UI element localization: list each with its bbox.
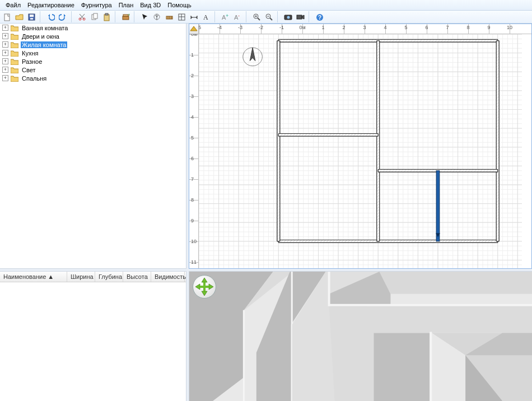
- plan-scrollbar-vertical[interactable]: [521, 34, 531, 258]
- copy-icon: [90, 13, 99, 21]
- cut-icon: [78, 13, 86, 21]
- zoom-in-icon: [253, 13, 261, 21]
- svg-rect-25: [297, 15, 302, 19]
- expand-icon[interactable]: +: [2, 75, 8, 81]
- svg-rect-174: [436, 171, 440, 241]
- menu-edit[interactable]: Редактирование: [24, 1, 78, 10]
- view-3d[interactable]: [189, 271, 532, 401]
- svg-marker-193: [202, 278, 207, 282]
- catalog-item-label: Двери и окна: [21, 33, 60, 40]
- catalog-item[interactable]: +Спальня: [0, 74, 186, 82]
- nav-3d-control[interactable]: [193, 275, 216, 299]
- svg-text:?: ?: [318, 15, 321, 21]
- catalog-item[interactable]: +Двери и окна: [0, 32, 186, 40]
- catalog-item[interactable]: +Кухня: [0, 49, 186, 57]
- table-column-header[interactable]: Глубина: [95, 272, 123, 282]
- vertical-ruler: 0м1234567891011: [189, 34, 199, 268]
- catalog-tree[interactable]: +Ванная комната+Двери и окна+Жилая комна…: [0, 24, 186, 269]
- svg-rect-9: [105, 13, 108, 15]
- redo-button[interactable]: [57, 11, 69, 23]
- svg-text:A: A: [203, 13, 208, 21]
- folder-icon: [11, 58, 18, 65]
- add-furniture-button[interactable]: +: [120, 11, 132, 23]
- compass-icon: [243, 48, 263, 66]
- photo-button[interactable]: [282, 11, 294, 23]
- open-button[interactable]: [13, 11, 25, 23]
- table-column-header[interactable]: Наименование ▲: [0, 272, 67, 282]
- char-minus-button[interactable]: A-: [232, 11, 244, 23]
- text-button[interactable]: A: [200, 11, 212, 23]
- svg-rect-3: [30, 18, 33, 20]
- table-column-header[interactable]: Видимость: [151, 272, 185, 282]
- help-icon: ?: [315, 13, 324, 21]
- help-button[interactable]: ?: [314, 11, 325, 23]
- catalog-item[interactable]: +Жилая комната: [0, 40, 186, 49]
- paste-button[interactable]: [101, 11, 113, 23]
- zoom-in-button[interactable]: [251, 11, 263, 23]
- expand-icon[interactable]: +: [2, 67, 8, 73]
- catalog-item[interactable]: +Свет: [0, 66, 186, 74]
- dimension-icon: [190, 13, 198, 21]
- svg-rect-0: [4, 14, 10, 21]
- folder-icon: [11, 67, 18, 73]
- menu-furn[interactable]: Фурнитура: [78, 1, 115, 10]
- horizontal-ruler: -5-4-3-2-10м1234567891011: [199, 24, 522, 34]
- view-3d-scene: [189, 272, 532, 401]
- video-icon: [296, 13, 305, 21]
- select-icon: [141, 13, 149, 21]
- svg-rect-187: [430, 332, 432, 401]
- expand-icon[interactable]: +: [2, 50, 8, 56]
- svg-marker-195: [195, 284, 200, 290]
- expand-icon[interactable]: +: [2, 25, 8, 31]
- svg-rect-198: [200, 286, 209, 288]
- dimension-button[interactable]: [188, 11, 200, 23]
- catalog-item[interactable]: +Разное: [0, 57, 186, 66]
- furniture-table-header[interactable]: Наименование ▲ШиринаГлубинаВысотаВидимос…: [0, 272, 186, 282]
- copy-button[interactable]: [88, 11, 100, 23]
- svg-rect-8: [104, 15, 109, 21]
- new-icon: [3, 13, 11, 21]
- catalog-item-label: Разное: [21, 58, 43, 65]
- cut-button[interactable]: [76, 11, 88, 23]
- menu-plan[interactable]: План: [115, 1, 137, 10]
- zoom-out-button[interactable]: [263, 11, 275, 23]
- svg-rect-2: [30, 15, 34, 17]
- svg-text:+: +: [128, 13, 130, 17]
- open-icon: [15, 13, 24, 21]
- main-area: +Ванная комната+Двери и окна+Жилая комна…: [0, 24, 532, 401]
- walls-button[interactable]: [164, 11, 175, 23]
- menu-3d[interactable]: Вид 3D: [137, 1, 164, 10]
- svg-rect-7: [94, 13, 97, 18]
- paste-icon: [102, 13, 111, 21]
- zoom-out-icon: [265, 13, 273, 21]
- catalog-item[interactable]: +Ванная комната: [0, 24, 186, 32]
- save-button[interactable]: [26, 11, 38, 23]
- char-plus-button[interactable]: A+: [220, 11, 231, 23]
- expand-icon[interactable]: +: [2, 33, 8, 39]
- plan-canvas[interactable]: [199, 34, 522, 268]
- table-column-header[interactable]: Ширина: [67, 272, 95, 282]
- select-button[interactable]: [139, 11, 151, 23]
- plan-walls: [199, 34, 522, 268]
- furniture-table-body: [0, 282, 186, 401]
- table-column-header[interactable]: Высота: [123, 272, 151, 282]
- svg-rect-184: [329, 304, 532, 306]
- redo-icon: [59, 13, 67, 21]
- pan-button[interactable]: [151, 11, 163, 23]
- video-button[interactable]: [295, 11, 306, 23]
- undo-button[interactable]: [45, 11, 57, 23]
- rooms-icon: [178, 13, 186, 21]
- expand-icon[interactable]: +: [2, 58, 8, 64]
- new-button[interactable]: [1, 11, 13, 23]
- svg-rect-192: [243, 310, 245, 401]
- menu-file[interactable]: Файл: [2, 1, 24, 10]
- pan-icon: [153, 13, 161, 21]
- plan-scrollbar-horizontal[interactable]: [199, 258, 522, 268]
- add-furniture-icon: +: [122, 13, 130, 21]
- ruler-corner-button[interactable]: [189, 24, 199, 34]
- rooms-button[interactable]: [176, 11, 188, 23]
- menu-help[interactable]: Помощь: [164, 1, 195, 10]
- expand-icon[interactable]: +: [2, 41, 8, 48]
- catalog-item-label: Спальня: [21, 75, 48, 82]
- folder-icon: [11, 25, 18, 31]
